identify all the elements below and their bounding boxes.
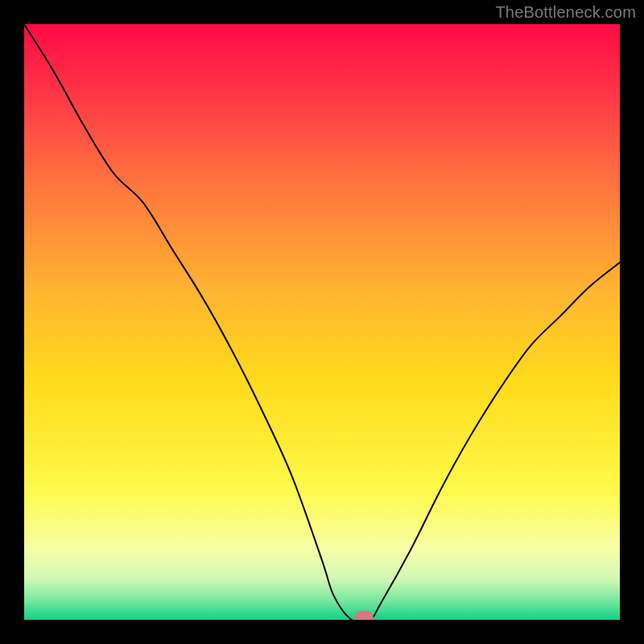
chart-svg [24,24,620,620]
outer-frame: TheBottleneck.com [0,0,644,644]
gradient-background [24,24,620,620]
watermark-text: TheBottleneck.com [495,3,636,22]
chart-plot-area [24,24,620,620]
